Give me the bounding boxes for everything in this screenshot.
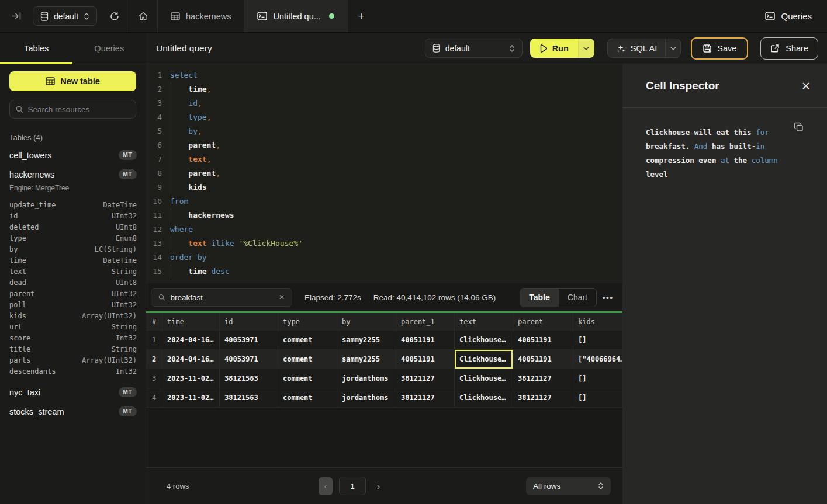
column-header-id[interactable]: id [220, 313, 278, 331]
table-cell[interactable]: comment [278, 388, 337, 408]
topbar-database-select[interactable]: default [33, 6, 97, 26]
editor-line-6[interactable]: 6 parent, [146, 138, 622, 152]
table-cell[interactable]: 2024-04-16… [162, 331, 220, 350]
table-cell[interactable]: Clickhouse… [455, 350, 513, 369]
sidebar-search-input[interactable] [28, 105, 130, 114]
table-cell[interactable]: Clickhouse… [455, 388, 513, 408]
table-cell[interactable]: 40051191 [513, 350, 573, 369]
table-cell[interactable]: comment [278, 369, 337, 388]
table-cell[interactable]: jordanthoms [337, 369, 396, 388]
table-cell[interactable]: jordanthoms [337, 388, 396, 408]
run-button[interactable]: Run [530, 39, 578, 58]
table-cell[interactable]: 38121563 [220, 388, 278, 408]
prev-page-button[interactable]: ‹ [319, 477, 333, 495]
results-search[interactable]: ✕ [151, 288, 292, 307]
column-header-type[interactable]: type [278, 313, 337, 331]
table-cell[interactable]: sammy2255 [337, 350, 396, 369]
table-cell[interactable]: 2024-04-16… [162, 350, 220, 369]
column-row[interactable]: byLC(String) [0, 244, 146, 255]
share-button[interactable]: Share [760, 37, 818, 60]
table-cell[interactable]: sammy2255 [337, 331, 396, 350]
editor-line-4[interactable]: 4 type, [146, 110, 622, 124]
close-icon[interactable]: ✕ [801, 79, 811, 93]
copy-icon[interactable] [794, 122, 804, 132]
table-cell[interactable]: [] [573, 388, 622, 408]
table-cell[interactable]: comment [278, 350, 337, 369]
column-row[interactable]: titleString [0, 343, 146, 354]
sidebar-tab-tables[interactable]: Tables [0, 33, 73, 64]
editor-line-9[interactable]: 9 kids [146, 180, 622, 194]
sidebar-table-hackernews[interactable]: hackernewsMT [0, 165, 146, 184]
results-search-input[interactable] [170, 293, 274, 302]
column-row[interactable]: urlString [0, 321, 146, 332]
row-number[interactable]: 4 [146, 388, 162, 408]
table-cell[interactable]: ["40066964… [573, 350, 622, 369]
table-cell[interactable]: [] [573, 331, 622, 350]
column-header-time[interactable]: time [162, 313, 220, 331]
editor-line-14[interactable]: 14order by [146, 251, 622, 265]
sql-ai-button[interactable]: SQL AI [608, 39, 665, 57]
editor-line-5[interactable]: 5 by, [146, 124, 622, 138]
editor-line-10[interactable]: 10from [146, 194, 622, 208]
sidebar-table-stocks_stream[interactable]: stocks_streamMT [0, 402, 146, 421]
editor-line-8[interactable]: 8 parent, [146, 166, 622, 180]
tab-untitled-qu-[interactable]: Untitled qu... [244, 0, 347, 32]
table-cell[interactable]: 40051191 [396, 331, 455, 350]
sql-editor[interactable]: 1select2 time,3 id,4 type,5 by,6 parent,… [146, 64, 622, 283]
table-cell[interactable]: comment [278, 331, 337, 350]
row-number[interactable]: 1 [146, 331, 162, 350]
editor-line-13[interactable]: 13 text ilike '%ClickHouse%' [146, 237, 622, 251]
table-cell[interactable]: 2023-11-02… [162, 388, 220, 408]
table-cell[interactable]: 38121127 [513, 388, 573, 408]
tab-home[interactable] [129, 0, 158, 32]
column-row[interactable]: descendantsInt32 [0, 366, 146, 377]
sql-ai-options-button[interactable] [665, 39, 680, 57]
editor-line-7[interactable]: 7 text, [146, 152, 622, 166]
row-number[interactable]: 2 [146, 350, 162, 369]
refresh-button[interactable] [105, 7, 124, 26]
column-header-kids[interactable]: kids [573, 313, 622, 331]
column-row[interactable]: partsArray(UInt32) [0, 354, 146, 366]
results-more-button[interactable]: ••• [599, 293, 617, 303]
view-toggle-chart[interactable]: Chart [559, 289, 596, 307]
page-size-select[interactable]: All rows [526, 477, 611, 495]
table-cell[interactable]: 38121563 [220, 369, 278, 388]
table-cell[interactable]: 38121127 [396, 388, 455, 408]
next-page-button[interactable]: › [372, 481, 385, 491]
column-row[interactable]: timeDateTime [0, 255, 146, 266]
table-cell[interactable]: 40051191 [513, 331, 573, 350]
view-toggle-table[interactable]: Table [520, 289, 559, 307]
editor-line-11[interactable]: 11 hackernews [146, 208, 622, 223]
page-number-input[interactable] [339, 477, 366, 495]
table-cell[interactable]: 2023-11-02… [162, 369, 220, 388]
column-row[interactable]: textString [0, 266, 146, 277]
table-cell[interactable]: 40051191 [396, 350, 455, 369]
column-row[interactable]: idUInt32 [0, 210, 146, 221]
column-row[interactable]: scoreInt32 [0, 332, 146, 343]
editor-line-15[interactable]: 15 time desc [146, 265, 622, 279]
column-row[interactable]: typeEnum8 [0, 232, 146, 244]
column-header-#[interactable]: # [146, 313, 162, 331]
column-header-text[interactable]: text [455, 313, 513, 331]
column-row[interactable]: pollUInt32 [0, 299, 146, 310]
clear-search-icon[interactable]: ✕ [279, 293, 285, 301]
sidebar-table-nyc_taxi[interactable]: nyc_taxiMT [0, 383, 146, 402]
editor-line-3[interactable]: 3 id, [146, 96, 622, 110]
sidebar-tab-queries[interactable]: Queries [73, 33, 146, 64]
new-table-button[interactable]: New table [9, 71, 136, 91]
column-header-parent_1[interactable]: parent_1 [396, 313, 455, 331]
query-database-select[interactable]: default [425, 39, 523, 58]
save-button[interactable]: Save [691, 37, 748, 60]
column-row[interactable]: kidsArray(UInt32) [0, 310, 146, 321]
column-row[interactable]: parentUInt32 [0, 288, 146, 299]
table-cell[interactable]: 40053971 [220, 350, 278, 369]
sidebar-table-cell_towers[interactable]: cell_towersMT [0, 145, 146, 165]
sidebar-collapse-button[interactable] [0, 0, 33, 32]
table-cell[interactable]: 40053971 [220, 331, 278, 350]
queries-link[interactable]: Queries [765, 11, 812, 21]
new-tab-button[interactable]: + [348, 0, 375, 32]
editor-line-1[interactable]: 1select [146, 68, 622, 82]
editor-line-12[interactable]: 12where [146, 223, 622, 237]
table-cell[interactable]: Clickhouse… [455, 369, 513, 388]
column-row[interactable]: deadUInt8 [0, 277, 146, 288]
